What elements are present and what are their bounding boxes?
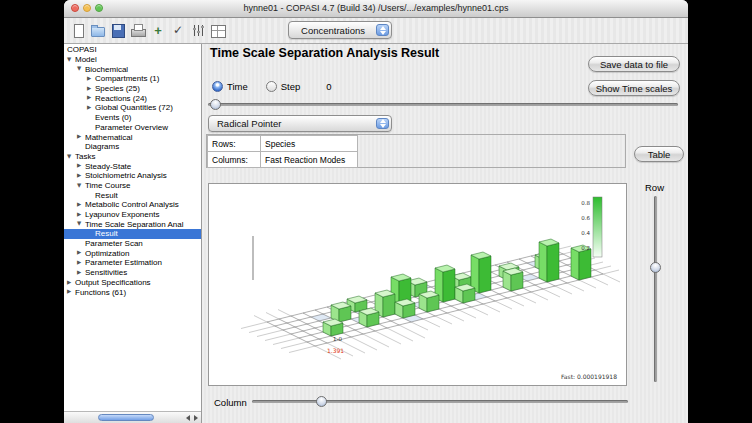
tree-item-label: Parameter Estimation bbox=[85, 258, 162, 267]
tree-item-events-0[interactable]: Events (0) bbox=[64, 113, 201, 123]
tree-item-compartments-1[interactable]: ▶Compartments (1) bbox=[64, 74, 201, 84]
pointer-dropdown[interactable]: Radical Pointer bbox=[208, 115, 392, 132]
tree-item-parameter-overview[interactable]: Parameter Overview bbox=[64, 123, 201, 133]
tree-right-arrow-icon[interactable]: ▶ bbox=[77, 200, 85, 210]
title-bar[interactable]: hynne01 - COPASI 4.7 (Build 34) /Users/.… bbox=[64, 0, 688, 18]
close-window-button[interactable] bbox=[71, 4, 79, 12]
column-slider-track[interactable] bbox=[252, 400, 628, 403]
tree-right-arrow-icon[interactable]: ▶ bbox=[77, 210, 85, 220]
scrollbar-thumb[interactable] bbox=[98, 414, 154, 421]
window-title: hynne01 - COPASI 4.7 (Build 34) /Users/.… bbox=[244, 3, 509, 13]
tree-item-mathematical[interactable]: ▶Mathematical bbox=[64, 132, 201, 142]
row-slider-track[interactable] bbox=[654, 196, 657, 382]
tree-right-arrow-icon[interactable]: ▶ bbox=[67, 278, 75, 288]
tree-item-label: Biochemical bbox=[85, 65, 128, 74]
tree-item-label: Result bbox=[95, 229, 118, 238]
tree-item-functions-61[interactable]: ▶Functions (61) bbox=[64, 287, 201, 297]
tree-right-arrow-icon[interactable]: ▶ bbox=[77, 258, 85, 268]
tree-right-arrow-icon[interactable]: ▶ bbox=[67, 287, 75, 297]
concentrations-dropdown[interactable]: Concentrations bbox=[288, 21, 392, 39]
tree-item-output-specifications[interactable]: ▶Output Specifications bbox=[64, 278, 201, 288]
sidebar-horizontal-scrollbar[interactable] bbox=[64, 411, 201, 423]
tree-item-label: Events (0) bbox=[95, 113, 131, 122]
tree-right-arrow-icon[interactable]: ▶ bbox=[87, 103, 95, 113]
view-grid-icon[interactable] bbox=[210, 22, 226, 39]
column-slider-handle[interactable] bbox=[316, 396, 327, 407]
save-data-to-file-button[interactable]: Save data to file bbox=[588, 56, 680, 72]
tree-down-arrow-icon[interactable]: ▼ bbox=[67, 55, 75, 65]
tree-down-arrow-icon[interactable]: ▼ bbox=[67, 152, 75, 162]
scroll-right-icon[interactable] bbox=[194, 415, 198, 421]
tree-right-arrow-icon[interactable]: ▶ bbox=[77, 248, 85, 258]
time-radio[interactable] bbox=[212, 81, 223, 92]
open-file-icon[interactable] bbox=[90, 22, 106, 39]
tree-item-parameter-estimation[interactable]: ▶Parameter Estimation bbox=[64, 258, 201, 268]
save-icon[interactable] bbox=[110, 22, 126, 39]
legend-tick-label: 0.8 bbox=[581, 200, 590, 206]
tree-item-time-scale-separation-anal[interactable]: ▼Time Scale Separation Anal bbox=[64, 219, 201, 229]
tree-item-reactions-24[interactable]: ▶Reactions (24) bbox=[64, 93, 201, 103]
step-radio[interactable] bbox=[266, 81, 277, 92]
tree-item-parameter-scan[interactable]: Parameter Scan bbox=[64, 239, 201, 249]
plot-bar bbox=[395, 299, 415, 318]
time-slider-track[interactable] bbox=[208, 103, 678, 106]
minimize-window-button[interactable] bbox=[83, 4, 91, 12]
zoom-window-button[interactable] bbox=[95, 4, 103, 12]
apply-icon[interactable] bbox=[170, 22, 186, 39]
legend-tick-label: 0.4 bbox=[581, 230, 590, 236]
tree-item-copasi[interactable]: COPASI bbox=[64, 45, 201, 55]
add-icon[interactable] bbox=[150, 22, 166, 39]
window-controls bbox=[71, 4, 103, 12]
tree-right-arrow-icon[interactable]: ▶ bbox=[77, 171, 85, 181]
columns-value-cell: Fast Reaction Modes bbox=[261, 152, 358, 168]
tree-down-arrow-icon[interactable]: ▼ bbox=[77, 181, 85, 191]
page-title: Time Scale Separation Analysis Result bbox=[210, 46, 439, 60]
tree-right-arrow-icon[interactable]: ▶ bbox=[77, 268, 85, 278]
row-slider-handle[interactable] bbox=[650, 262, 661, 273]
tree-right-arrow-icon[interactable]: ▶ bbox=[87, 93, 95, 103]
time-slider-handle[interactable] bbox=[210, 99, 221, 110]
column-slider-label: Column bbox=[214, 397, 247, 408]
tree-item-label: Diagrams bbox=[85, 142, 119, 151]
scroll-left-icon[interactable] bbox=[186, 415, 190, 421]
tree-item-metabolic-control-analysis[interactable]: ▶Metabolic Control Analysis bbox=[64, 200, 201, 210]
tree-item-result[interactable]: Result bbox=[64, 229, 201, 239]
tree-item-global-quantities-72[interactable]: ▶Global Quantities (72) bbox=[64, 103, 201, 113]
tree-item-sensitivities[interactable]: ▶Sensitivities bbox=[64, 268, 201, 278]
tree-item-model[interactable]: ▼Model bbox=[64, 55, 201, 65]
tree-item-steady-state[interactable]: ▶Steady-State bbox=[64, 161, 201, 171]
show-time-scales-button[interactable]: Show Time scales bbox=[588, 80, 680, 96]
tree-down-arrow-icon[interactable]: ▼ bbox=[77, 64, 85, 74]
tree-item-time-course[interactable]: ▼Time Course bbox=[64, 181, 201, 191]
column-slider[interactable] bbox=[252, 396, 628, 408]
tree-item-tasks[interactable]: ▼Tasks bbox=[64, 152, 201, 162]
tree-item-label: Sensitivities bbox=[85, 268, 127, 277]
row-slider[interactable] bbox=[650, 196, 662, 382]
tree-item-result[interactable]: Result bbox=[64, 190, 201, 200]
tree-right-arrow-icon[interactable]: ▶ bbox=[77, 132, 85, 142]
time-slider[interactable] bbox=[208, 99, 678, 111]
tree-item-label: Tasks bbox=[75, 152, 95, 161]
tree-item-optimization[interactable]: ▶Optimization bbox=[64, 248, 201, 258]
tree-item-lyapunov-exponents[interactable]: ▶Lyapunov Exponents bbox=[64, 210, 201, 220]
sidebar-tree: COPASI▼Model▼Biochemical▶Compartments (1… bbox=[64, 44, 202, 423]
tree-item-label: Result bbox=[95, 191, 118, 200]
tree-item-biochemical[interactable]: ▼Biochemical bbox=[64, 64, 201, 74]
scrollbar-arrow-buttons[interactable] bbox=[186, 415, 198, 421]
tree-item-species-25[interactable]: ▶Species (25) bbox=[64, 84, 201, 94]
time-step-radio-group: Time Step 0 bbox=[212, 81, 332, 92]
tree-right-arrow-icon[interactable]: ▶ bbox=[87, 74, 95, 84]
new-document-icon[interactable] bbox=[70, 22, 86, 39]
tree-right-arrow-icon[interactable]: ▶ bbox=[77, 161, 85, 171]
adjust-icon[interactable] bbox=[190, 22, 206, 39]
tree-item-label: Functions (61) bbox=[75, 288, 126, 297]
tree-right-arrow-icon[interactable]: ▶ bbox=[87, 84, 95, 94]
tree-item-label: Metabolic Control Analysis bbox=[85, 200, 179, 209]
table-button[interactable]: Table bbox=[634, 146, 684, 162]
tree-item-label: Output Specifications bbox=[75, 278, 151, 287]
tree-down-arrow-icon[interactable]: ▼ bbox=[77, 219, 85, 229]
print-icon[interactable] bbox=[130, 22, 146, 39]
tree-item-stoichiometric-analysis[interactable]: ▶Stoichiometric Analysis bbox=[64, 171, 201, 181]
legend-colorbar bbox=[593, 197, 602, 257]
tree-item-diagrams[interactable]: Diagrams bbox=[64, 142, 201, 152]
